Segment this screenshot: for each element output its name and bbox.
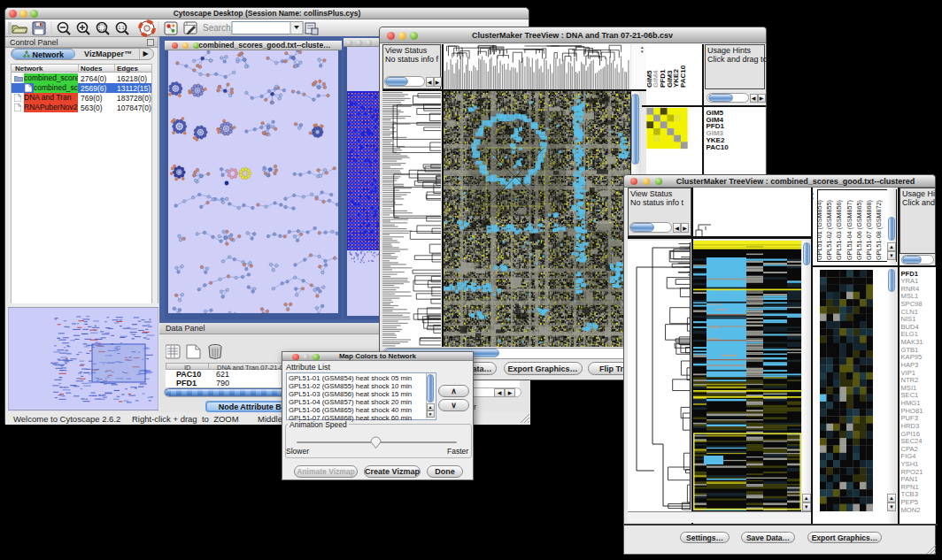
svg-text:PAC10: PAC10 — [679, 65, 687, 88]
svg-text:1:1: 1:1 — [119, 25, 125, 30]
svg-text:PAC10: PAC10 — [706, 142, 730, 150]
svg-text:MON2: MON2 — [901, 506, 921, 514]
svg-text:Search:: Search: — [203, 23, 233, 33]
